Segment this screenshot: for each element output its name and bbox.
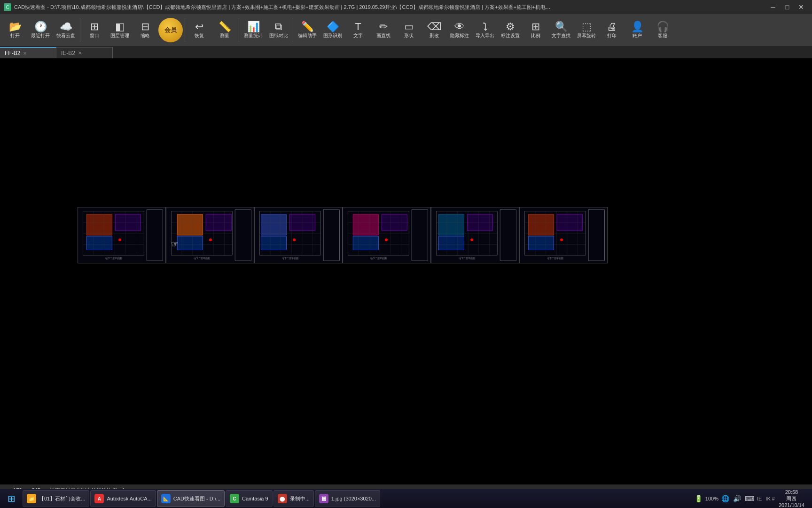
svg-text:地下二层平面图: 地下二层平面图	[547, 257, 563, 260]
taskbar-app-cadviewer[interactable]: 📐CAD快速看图 - D:\...	[157, 490, 225, 507]
tool-measure[interactable]: 📏测量	[212, 16, 237, 44]
tool-import[interactable]: ⤵导入导出	[473, 16, 497, 44]
svg-rect-79	[438, 214, 464, 235]
erase-icon: ⌫	[427, 22, 442, 32]
cloud-icon: ☁️	[60, 22, 72, 32]
tab-tab1[interactable]: FF-B2✕	[0, 47, 56, 58]
recent-icon: 🕐	[34, 22, 47, 32]
service-label: 客服	[658, 33, 667, 39]
svg-rect-4	[86, 236, 112, 250]
thumbnail-6[interactable]: 地下二层平面图	[519, 207, 608, 263]
tool-drawline[interactable]: ✏画直线	[371, 16, 396, 44]
svg-rect-42	[261, 236, 286, 250]
thumbnail-2[interactable]: 地下二层平面图	[166, 207, 254, 263]
open-icon: 📂	[9, 22, 22, 32]
hide-icon: 👁	[454, 22, 465, 32]
svg-point-112	[560, 238, 563, 241]
erase-label: 删改	[429, 33, 439, 39]
app-icon-files: 📁	[27, 494, 36, 503]
stats-label: 测量统计	[244, 33, 263, 39]
app-icon-cadviewer: 📐	[161, 494, 171, 503]
tool-scale[interactable]: ⊞比例	[523, 16, 548, 44]
service-icon: 🎧	[656, 22, 669, 32]
network-icon: 🌐	[720, 495, 730, 502]
thumbnail-1[interactable]: 地下二层平面图	[78, 207, 166, 263]
shape-label: 形状	[404, 33, 414, 39]
edithelp-label: 编辑助手	[298, 33, 317, 39]
screen-label: 屏幕旋转	[577, 33, 596, 39]
marksettings-icon: ⚙	[506, 22, 515, 32]
svg-rect-99	[528, 236, 554, 250]
app-label-camtasia: Camtasia 9	[242, 496, 268, 501]
svg-rect-3	[86, 214, 112, 235]
canvas-area	[0, 58, 812, 484]
tool-shape[interactable]: ▭形状	[397, 16, 421, 44]
app-icon-image: 🖼	[319, 494, 328, 503]
restore-label: 恢复	[195, 33, 204, 39]
maximize-button[interactable]: □	[780, 0, 794, 14]
tray-text: tE	[757, 496, 762, 501]
edithelp-icon: ✏️	[301, 22, 314, 32]
thumbnail-3[interactable]: 地下二层平面图	[254, 207, 343, 263]
compare-label: 图纸对比	[269, 33, 288, 39]
tool-layers[interactable]: ◧图层管理	[108, 16, 132, 44]
thumbnail-5[interactable]: 地下二层平面图	[431, 207, 519, 263]
tool-hide[interactable]: 👁隐藏标注	[447, 16, 472, 44]
close-button[interactable]: ✕	[794, 0, 808, 14]
tool-print[interactable]: 🖨打印	[600, 16, 624, 44]
thumbnail-4[interactable]: 地下二层平面图	[343, 207, 431, 263]
tab-tab2[interactable]: IE-B2✕	[56, 47, 113, 58]
tool-restore[interactable]: ↩恢复	[187, 16, 211, 44]
open-label: 打开	[10, 33, 20, 39]
app-label-autocad: Autodesk AutoCA...	[107, 496, 151, 501]
tool-stats[interactable]: 📊测量统计	[241, 16, 265, 44]
toolbar-separator	[239, 18, 239, 42]
import-icon: ⤵	[483, 22, 488, 32]
taskbar-clock: 20:58 周四 2021/10/14	[777, 489, 806, 508]
taskbar-system: 🔋 100% 🌐 🔊 ⌨ tE IK # 20:58 周四 2021/10/14	[690, 489, 810, 508]
tool-recent[interactable]: 🕐最近打开	[28, 16, 53, 44]
cloud-label: 快看云盘	[56, 33, 75, 39]
taskbar-app-autocad[interactable]: AAutodesk AutoCA...	[90, 490, 156, 507]
tab-close[interactable]: ✕	[23, 51, 27, 56]
tool-edithelp[interactable]: ✏️编辑助手	[295, 16, 320, 44]
tool-open[interactable]: 📂打开	[3, 16, 27, 44]
tab-close[interactable]: ✕	[78, 50, 82, 56]
account-label: 账户	[632, 33, 642, 39]
taskbar-app-camtasia[interactable]: CCamtasia 9	[226, 490, 273, 507]
measure-icon: 📏	[219, 22, 231, 32]
thumbnail-strip: 地下二层平面图地下二层平面图地下二层平面图地下二层平面图地下二层平面图地下二层平…	[78, 207, 608, 263]
svg-rect-23	[177, 236, 203, 250]
tool-shrink[interactable]: ⊟缩略	[133, 16, 157, 44]
tool-erase[interactable]: ⌫删改	[422, 16, 446, 44]
start-button[interactable]: ⊞	[2, 490, 21, 507]
tool-textfind[interactable]: 🔍文字查找	[549, 16, 573, 44]
drawline-label: 画直线	[376, 33, 390, 39]
svg-text:地下二层平面图: 地下二层平面图	[370, 257, 387, 260]
minimize-button[interactable]: ─	[766, 0, 780, 14]
svg-text:地下二层平面图: 地下二层平面图	[105, 257, 122, 260]
tool-screen[interactable]: ⬚屏幕旋转	[574, 16, 599, 44]
svg-rect-81	[467, 214, 492, 230]
svg-rect-41	[261, 214, 286, 235]
taskbar-app-files[interactable]: 📁【01】石材门套收...	[23, 490, 89, 507]
tool-text[interactable]: T文字	[346, 16, 370, 44]
tool-account[interactable]: 👤账户	[625, 16, 649, 44]
app-label-image: 1.jpg (3020×3020...	[331, 496, 376, 501]
battery-icon: 🔋	[694, 495, 703, 502]
taskbar-app-record[interactable]: ⬤录制中...	[273, 490, 314, 507]
tool-service[interactable]: 🎧客服	[650, 16, 675, 44]
tool-shapeid[interactable]: 🔷图形识别	[320, 16, 345, 44]
tool-cloud[interactable]: ☁️快看云盘	[54, 16, 78, 44]
tool-compare[interactable]: ⧉图纸对比	[266, 16, 291, 44]
vip-button[interactable]: 会员	[158, 18, 183, 42]
drawline-icon: ✏	[379, 22, 388, 32]
taskbar-app-image[interactable]: 🖼1.jpg (3020×3020...	[315, 490, 380, 507]
title-bar: C CAD快速看图 - D:\7.项目\10.成都领地希尔顿嘉悦里酒店\【CCD…	[0, 0, 812, 14]
tool-window[interactable]: ⊞窗口	[82, 16, 107, 44]
restore-icon: ↩	[195, 22, 203, 32]
window-title: CAD快速看图 - D:\7.项目\10.成都领地希尔顿嘉悦里酒店\【CCD】成…	[14, 4, 766, 11]
text-icon: T	[355, 22, 361, 32]
tool-marksettings[interactable]: ⚙标注设置	[498, 16, 523, 44]
svg-rect-62	[382, 214, 407, 230]
